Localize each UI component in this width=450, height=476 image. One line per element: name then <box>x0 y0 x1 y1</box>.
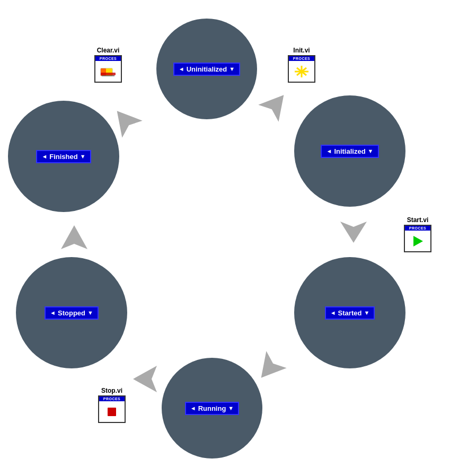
arrow-right-down-icon <box>253 83 298 128</box>
snowflake-icon <box>293 64 310 79</box>
arrow-stopped-to-finished <box>58 223 90 262</box>
finished-label: ◄Finished▼ <box>36 150 91 163</box>
svg-marker-15 <box>61 225 87 249</box>
state-initialized[interactable]: ◄Initialized▼ <box>294 95 405 207</box>
svg-rect-3 <box>101 73 116 75</box>
stop-vi-icon[interactable]: PROCES <box>98 395 126 423</box>
start-vi-icon[interactable]: PROCES <box>404 225 431 252</box>
arrow-running-to-stopped <box>130 363 164 395</box>
started-label: ◄Started▼ <box>325 306 375 320</box>
arrow-down-icon <box>338 208 369 245</box>
svg-rect-10 <box>108 408 116 416</box>
stop-icon <box>103 404 120 419</box>
running-label: ◄Running▼ <box>185 402 240 415</box>
start-vi-label: Start.vi <box>407 216 429 224</box>
arrow-up-icon <box>58 223 90 260</box>
start-vi-box: Start.vi PROCES <box>404 216 431 252</box>
state-stopped[interactable]: ◄Stopped▼ <box>16 257 127 368</box>
clear-vi-label: Clear.vi <box>97 47 120 54</box>
stop-vi-box: Stop.vi PROCES <box>98 387 126 423</box>
init-vi-label: Init.vi <box>293 47 310 54</box>
init-vi-box: Init.vi PROCES <box>288 47 315 83</box>
state-finished[interactable]: ◄Finished▼ <box>8 101 119 212</box>
svg-marker-9 <box>413 236 423 246</box>
stopped-label: ◄Stopped▼ <box>45 306 99 320</box>
stop-vi-label: Stop.vi <box>101 387 122 394</box>
clear-vi-box: Clear.vi PROCES <box>94 47 122 83</box>
state-uninitialized[interactable]: ◄Uninitialized▼ <box>156 19 257 119</box>
clear-vi-icon[interactable]: PROCES <box>94 55 122 83</box>
arrow-left-icon <box>130 363 162 395</box>
play-icon <box>409 234 426 249</box>
init-vi-icon[interactable]: PROCES <box>288 55 315 83</box>
state-started[interactable]: ◄Started▼ <box>294 257 405 368</box>
eraser-icon <box>100 64 117 79</box>
svg-marker-14 <box>133 366 157 392</box>
arrow-uninit-to-init <box>251 83 297 129</box>
svg-marker-12 <box>340 222 367 243</box>
arrow-init-to-started <box>338 208 369 248</box>
svg-marker-13 <box>251 351 286 386</box>
svg-marker-11 <box>258 86 294 122</box>
initialized-label: ◄Initialized▼ <box>321 145 378 158</box>
uninitialized-label: ◄Uninitialized▼ <box>173 63 240 76</box>
state-running[interactable]: ◄Running▼ <box>162 358 262 459</box>
